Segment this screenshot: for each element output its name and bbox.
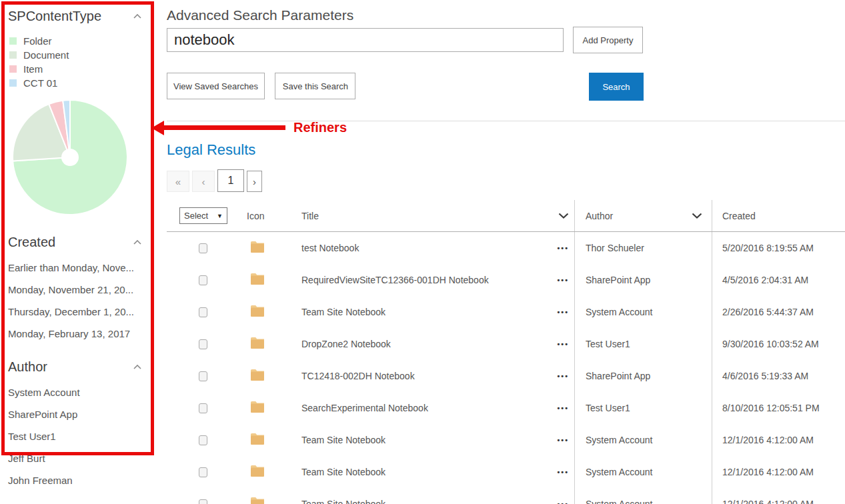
table-row: Team Site Notebook•••System Account12/1/… [167, 424, 845, 456]
created-refiner-item[interactable]: Monday, February 13, 2017 [0, 323, 160, 345]
chevron-up-icon[interactable] [133, 240, 141, 245]
created-refiner-item[interactable]: Monday, November 21, 20... [0, 279, 160, 301]
chevron-up-icon[interactable] [133, 14, 141, 19]
refiner-section-contenttype: SPContentType FolderDocumentItemCCT 01 [0, 9, 160, 219]
refiner-title-author: Author [8, 359, 47, 375]
table-header: Select ▼ Icon Title Author [167, 200, 845, 232]
author-refiner-item[interactable]: System Account [0, 381, 160, 403]
results-heading: Legal Results [167, 141, 845, 159]
row-checkbox[interactable] [199, 435, 207, 445]
more-actions-icon[interactable]: ••• [557, 276, 569, 284]
more-actions-icon[interactable]: ••• [557, 308, 569, 316]
folder-icon [250, 369, 265, 383]
result-author: SharePoint App [574, 360, 712, 392]
folder-icon [250, 497, 265, 504]
created-refiner-item[interactable]: Earlier than Monday, Nove... [0, 257, 160, 279]
table-row: Team Site Notebook•••System Account12/1/… [167, 456, 845, 488]
column-header-created: Created [722, 211, 756, 221]
table-body: test Notebook•••Thor Schueler5/20/2016 8… [167, 232, 845, 504]
author-refiner-item[interactable]: Test User1 [0, 425, 160, 447]
row-checkbox[interactable] [199, 467, 207, 477]
page-title: Advanced Search Parameters [167, 7, 845, 23]
add-property-button[interactable]: Add Property [573, 27, 643, 53]
row-checkbox[interactable] [199, 339, 207, 349]
row-checkbox[interactable] [199, 499, 207, 504]
refiner-section-created: Created Earlier than Monday, Nove...Mond… [0, 235, 160, 345]
folder-icon [250, 337, 265, 351]
more-actions-icon[interactable]: ••• [557, 468, 569, 476]
search-button[interactable]: Search [589, 73, 644, 101]
refiner-title-contenttype: SPContentType [8, 9, 101, 24]
more-actions-icon[interactable]: ••• [557, 500, 569, 504]
folder-icon [250, 273, 265, 287]
chevron-down-icon[interactable] [558, 213, 569, 219]
row-checkbox[interactable] [199, 371, 207, 381]
folder-icon [250, 401, 265, 415]
legend-label: Document [23, 49, 69, 61]
author-refiner-item[interactable]: Jeff Burt [0, 447, 160, 469]
chevron-down-icon[interactable] [692, 213, 702, 219]
more-actions-icon[interactable]: ••• [557, 340, 569, 348]
author-refiner-item[interactable]: John Freeman [0, 469, 160, 491]
row-checkbox[interactable] [199, 275, 207, 285]
pagination-previous-button[interactable]: ‹ [192, 171, 215, 192]
row-checkbox[interactable] [199, 307, 207, 317]
legend-item[interactable]: Item [9, 62, 160, 76]
more-actions-icon[interactable]: ••• [557, 404, 569, 412]
legend-item[interactable]: Folder [9, 34, 160, 48]
more-actions-icon[interactable]: ••• [557, 436, 569, 444]
pagination-next-button[interactable]: › [247, 171, 262, 192]
result-title: Team Site Notebook [301, 307, 385, 317]
result-created: 12/1/2016 4:12:00 AM [712, 456, 845, 488]
save-this-search-button[interactable]: Save this Search [275, 73, 355, 99]
result-created: 4/6/2016 5:19:33 AM [712, 360, 845, 392]
dropdown-arrow-icon: ▼ [217, 213, 223, 219]
chevron-up-icon[interactable] [133, 365, 141, 369]
select-dropdown[interactable]: Select ▼ [179, 207, 227, 224]
select-dropdown-label: Select [184, 211, 208, 221]
folder-icon [250, 465, 265, 479]
legend-swatch [9, 51, 17, 59]
table-row: Team Site Notebook•••System Account12/1/… [167, 488, 845, 504]
more-actions-icon[interactable]: ••• [557, 372, 569, 380]
table-row: RequiredViewSiteTC12366-001DH Notebook••… [167, 264, 845, 296]
result-title: DropZone2 Notebook [301, 339, 391, 349]
search-input[interactable] [167, 28, 564, 52]
refiners-sidebar: SPContentType FolderDocumentItemCCT 01 C… [0, 0, 160, 491]
column-header-author: Author [586, 211, 613, 221]
refiner-section-author: Author System AccountSharePoint AppTest … [0, 359, 160, 491]
author-refiner-item[interactable]: SharePoint App [0, 403, 160, 425]
content-type-pie-chart[interactable] [9, 96, 131, 219]
table-row: Team Site Notebook•••System Account2/26/… [167, 296, 845, 328]
legend-item[interactable]: CCT 01 [9, 76, 160, 90]
result-title: Team Site Notebook [301, 499, 385, 504]
legend-swatch [9, 65, 17, 73]
result-created: 12/1/2016 4:12:00 AM [712, 488, 845, 504]
content-type-legend: FolderDocumentItemCCT 01 [9, 34, 160, 90]
more-actions-icon[interactable]: ••• [557, 244, 569, 252]
table-row: TC12418-002DH Notebook•••SharePoint App4… [167, 360, 845, 392]
result-title: Team Site Notebook [301, 467, 385, 477]
folder-icon [250, 433, 265, 447]
donut-hole [61, 149, 79, 166]
pagination-current-page[interactable]: 1 [217, 169, 244, 192]
result-author: Thor Schueler [574, 232, 712, 264]
table-row: test Notebook•••Thor Schueler5/20/2016 8… [167, 232, 845, 264]
row-checkbox[interactable] [199, 243, 207, 253]
created-refiner-item[interactable]: Thursday, December 1, 20... [0, 301, 160, 323]
legend-label: Folder [23, 35, 52, 47]
legend-swatch [9, 37, 17, 45]
author-refiner-list: System AccountSharePoint AppTest User1Je… [0, 381, 160, 491]
result-title: RequiredViewSiteTC12366-001DH Notebook [301, 275, 489, 285]
result-title: TC12418-002DH Notebook [301, 371, 415, 381]
result-author: Test User1 [574, 328, 712, 360]
pagination: « ‹ 1 › [167, 169, 845, 192]
legend-item[interactable]: Document [9, 48, 160, 62]
result-created: 5/20/2016 8:19:55 AM [712, 232, 845, 264]
result-author: Test User1 [574, 392, 712, 424]
main-content: Advanced Search Parameters Add Property … [167, 0, 845, 504]
view-saved-searches-button[interactable]: View Saved Searches [167, 73, 265, 99]
pagination-first-button[interactable]: « [167, 171, 189, 192]
result-author: System Account [574, 488, 712, 504]
row-checkbox[interactable] [199, 403, 207, 413]
